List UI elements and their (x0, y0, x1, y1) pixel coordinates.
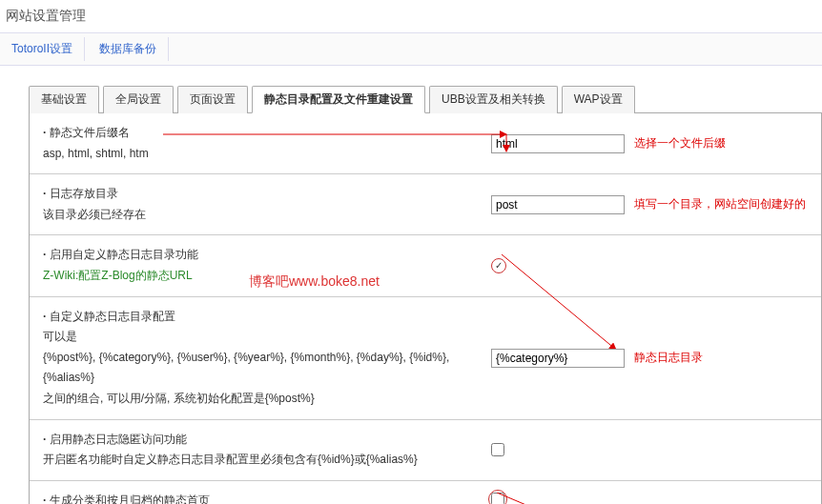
logdir-title: 日志存放目录 (50, 187, 118, 200)
row-gen-index: · 生成分类和按月归档的静态首页 (30, 481, 821, 504)
logdir-note: 该目录必须已经存在 (43, 205, 464, 226)
custom-config-hint: 静态日志目录 (634, 350, 703, 366)
page-title: 网站设置管理 (0, 0, 822, 32)
row-custom-config: · 自定义静态日志目录配置 可以是 {%post%}, {%category%}… (30, 297, 821, 420)
tab-global[interactable]: 全局设置 (103, 86, 174, 113)
suffix-value: asp, html, shtml, htm (43, 144, 464, 165)
suffix-hint: 选择一个文件后缀 (634, 135, 726, 151)
logdir-hint: 填写一个目录，网站空间创建好的 (634, 196, 806, 212)
gen-index-checkbox[interactable] (491, 493, 504, 504)
tab-static[interactable]: 静态目录配置及文件重建设置 (252, 86, 425, 113)
subnav: TotoroII设置 数据库备份 (0, 32, 822, 66)
tab-ubb[interactable]: UBB设置及相关转换 (429, 86, 558, 113)
tab-page[interactable]: 页面设置 (177, 86, 248, 113)
hidden-note: 开启匿名功能时自定义静态日志目录配置里必须包含有{%id%}或{%alias%} (43, 450, 464, 471)
hidden-checkbox[interactable] (491, 443, 504, 456)
row-suffix: · 静态文件后缀名 asp, html, shtml, htm 选择一个文件后缀 (30, 113, 821, 174)
suffix-input[interactable] (491, 134, 625, 153)
custom-config-title: 自定义静态日志目录配置 (50, 310, 175, 323)
zwiki-link[interactable]: Z-Wiki:配置Z-Blog的静态URL (43, 266, 464, 287)
gen-index-title: 生成分类和按月归档的静态首页 (50, 494, 210, 504)
content: · 静态文件后缀名 asp, html, shtml, htm 选择一个文件后缀… (29, 113, 822, 504)
subnav-dbbackup[interactable]: 数据库备份 (88, 37, 169, 61)
subnav-totoro[interactable]: TotoroII设置 (0, 37, 85, 61)
custom-config-l3: 之间的组合, 可以用/分隔, 系统初始化配置是{%post%} (43, 389, 464, 410)
custom-config-input[interactable] (491, 349, 625, 368)
logdir-input[interactable] (491, 195, 625, 214)
enable-custom-title: 启用自定义静态日志目录功能 (50, 248, 198, 261)
tab-basic[interactable]: 基础设置 (29, 86, 99, 113)
row-logdir: · 日志存放目录 该目录必须已经存在 填写一个目录，网站空间创建好的 (30, 174, 821, 235)
svg-line-3 (497, 493, 621, 504)
tabs: 基础设置 全局设置 页面设置 静态目录配置及文件重建设置 UBB设置及相关转换 … (29, 85, 822, 113)
row-enable-custom: · 启用自定义静态日志目录功能 Z-Wiki:配置Z-Blog的静态URL 博客… (30, 235, 821, 296)
tab-wap[interactable]: WAP设置 (562, 86, 635, 113)
custom-config-l1: 可以是 (43, 327, 464, 348)
hidden-title: 启用静态日志隐匿访问功能 (50, 433, 187, 446)
row-hidden-access: · 启用静态日志隐匿访问功能 开启匿名功能时自定义静态日志目录配置里必须包含有{… (30, 420, 821, 481)
enable-custom-checkbox[interactable]: ✓ (491, 258, 506, 273)
suffix-title: 静态文件后缀名 (50, 126, 130, 139)
custom-config-l2: {%post%}, {%category%}, {%user%}, {%year… (43, 348, 464, 389)
